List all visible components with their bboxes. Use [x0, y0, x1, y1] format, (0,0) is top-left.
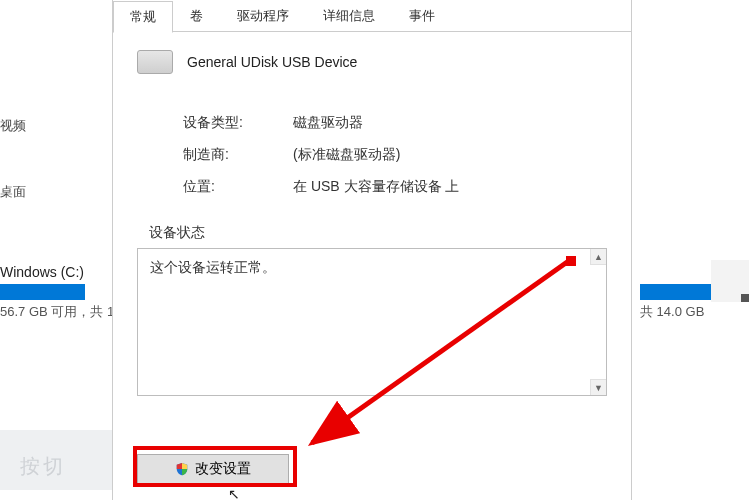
property-type-value: 磁盘驱动器 — [293, 114, 607, 132]
device-status-box: 这个设备运转正常。 ▲ ▼ — [137, 248, 607, 396]
bg-drive-right-usage-text: 共 14.0 GB — [640, 303, 704, 321]
status-scroll-down-icon[interactable]: ▼ — [590, 379, 606, 395]
bg-drive-c-usage-text: 56.7 GB 可用，共 1 — [0, 303, 114, 321]
shield-icon — [175, 462, 189, 476]
bg-drive-c-label: Windows (C:) — [0, 264, 84, 280]
tab-volumes[interactable]: 卷 — [173, 0, 220, 31]
tab-general[interactable]: 常规 — [113, 1, 173, 33]
bg-right-panel-stub-mark — [741, 294, 749, 302]
property-manufacturer-label: 制造商: — [183, 146, 293, 164]
bg-drive-c-usage-bar — [0, 284, 85, 300]
device-properties: 设备类型: 磁盘驱动器 制造商: (标准磁盘驱动器) 位置: 在 USB 大容量… — [113, 84, 631, 218]
device-status-text: 这个设备运转正常。 — [138, 249, 606, 287]
tab-events[interactable]: 事件 — [392, 0, 452, 31]
property-row-manufacturer: 制造商: (标准磁盘驱动器) — [183, 146, 607, 164]
device-name: General UDisk USB Device — [187, 54, 357, 70]
property-row-type: 设备类型: 磁盘驱动器 — [183, 114, 607, 132]
property-manufacturer-value: (标准磁盘驱动器) — [293, 146, 607, 164]
device-properties-dialog: 常规 卷 驱动程序 详细信息 事件 General UDisk USB Devi… — [112, 0, 632, 500]
device-header: General UDisk USB Device — [113, 32, 631, 84]
status-scroll-up-icon[interactable]: ▲ — [590, 249, 606, 265]
change-settings-button[interactable]: 改变设置 — [137, 454, 289, 484]
tab-details[interactable]: 详细信息 — [306, 0, 392, 31]
device-status-label: 设备状态 — [113, 218, 631, 248]
change-settings-label: 改变设置 — [195, 460, 251, 478]
bg-nav-desktop: 桌面 — [0, 183, 26, 201]
property-location-label: 位置: — [183, 178, 293, 196]
property-row-location: 位置: 在 USB 大容量存储设备 上 — [183, 178, 607, 196]
property-location-value: 在 USB 大容量存储设备 上 — [293, 178, 607, 196]
property-type-label: 设备类型: — [183, 114, 293, 132]
bg-nav-video: 视频 — [0, 117, 26, 135]
disk-drive-icon — [137, 50, 173, 74]
bg-switch-text: 按切 — [20, 453, 66, 480]
tab-driver[interactable]: 驱动程序 — [220, 0, 306, 31]
dialog-tabs: 常规 卷 驱动程序 详细信息 事件 — [113, 0, 631, 32]
